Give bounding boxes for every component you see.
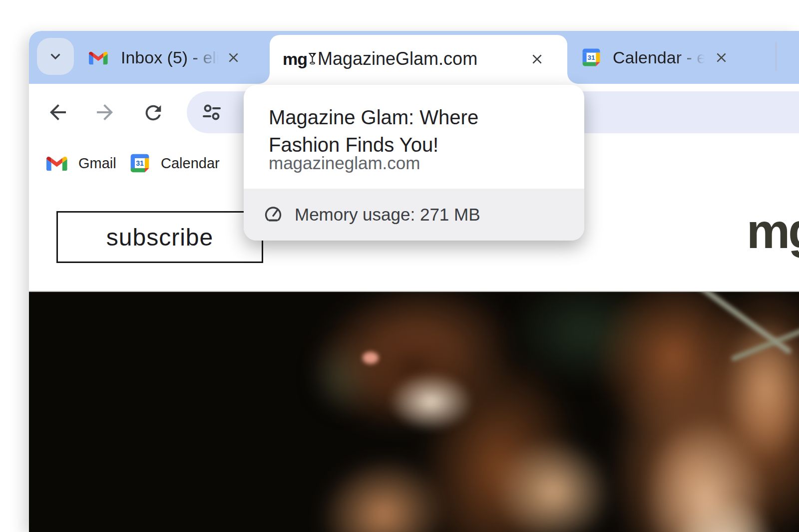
memory-usage-text: Memory usage: 271 MB — [295, 205, 480, 225]
hero-image — [29, 291, 799, 532]
back-arrow-icon — [46, 100, 70, 124]
tab-hover-card: Magazine Glam: Where Fashion Finds You! … — [244, 85, 584, 241]
reload-icon — [142, 101, 165, 124]
close-icon — [226, 50, 241, 65]
back-button[interactable] — [46, 100, 70, 124]
browser-window: Inbox (5) - elis mg — [29, 31, 799, 532]
subscribe-button[interactable]: subscribe — [56, 211, 263, 263]
tab-calendar[interactable]: 31 Calendar - eli — [573, 36, 769, 79]
tab-magazineglam-active[interactable]: mg MagazineGlam.com — [270, 35, 567, 84]
tab-search-button[interactable] — [37, 38, 74, 75]
tab-title: Calendar - eli — [613, 48, 709, 67]
tab-inbox[interactable]: Inbox (5) - elis — [79, 36, 257, 79]
tune-icon[interactable] — [202, 102, 222, 122]
tab-curve — [259, 73, 270, 84]
forward-arrow-icon — [93, 100, 117, 124]
bookmark-label: Gmail — [78, 155, 116, 172]
hover-card-title: Magazine Glam: Where Fashion Finds You! — [269, 104, 553, 159]
gmail-icon — [46, 155, 67, 171]
flower-highlight — [363, 352, 379, 364]
close-icon — [714, 50, 729, 65]
calendar-badge-text: 31 — [136, 159, 144, 167]
favicon-text: mg — [283, 48, 307, 70]
screenshot-root: Inbox (5) - elis mg — [0, 0, 799, 532]
tab-close-icon[interactable] — [712, 48, 731, 67]
tab-divider — [775, 42, 777, 71]
tab-title: Inbox (5) - elis — [121, 48, 223, 67]
martini-glass-icon — [308, 52, 317, 65]
forward-button[interactable] — [93, 100, 117, 124]
google-calendar-icon: 31 — [582, 48, 601, 67]
flower-highlight — [389, 372, 473, 432]
tab-strip: Inbox (5) - elis mg — [29, 31, 799, 84]
bookmark-gmail[interactable]: Gmail — [46, 141, 116, 186]
magazineglam-favicon: mg — [283, 48, 317, 70]
hover-card-domain: magazineglam.com — [269, 153, 420, 173]
site-logo: mg — [747, 204, 799, 259]
tab-close-icon[interactable] — [527, 49, 546, 68]
bookmark-label: Calendar — [161, 155, 220, 172]
chevron-down-icon — [46, 47, 65, 66]
gauge-icon — [264, 205, 283, 224]
tab-title: MagazineGlam.com — [318, 48, 477, 70]
gmail-icon — [89, 50, 108, 65]
bookmark-calendar[interactable]: 31 Calendar — [130, 141, 220, 186]
calendar-badge-text: 31 — [588, 54, 595, 61]
close-icon — [529, 51, 545, 67]
hover-card-memory-section: Memory usage: 271 MB — [244, 189, 584, 241]
google-calendar-icon: 31 — [130, 153, 150, 173]
reload-button[interactable] — [141, 101, 165, 125]
tab-close-icon[interactable] — [224, 48, 243, 67]
